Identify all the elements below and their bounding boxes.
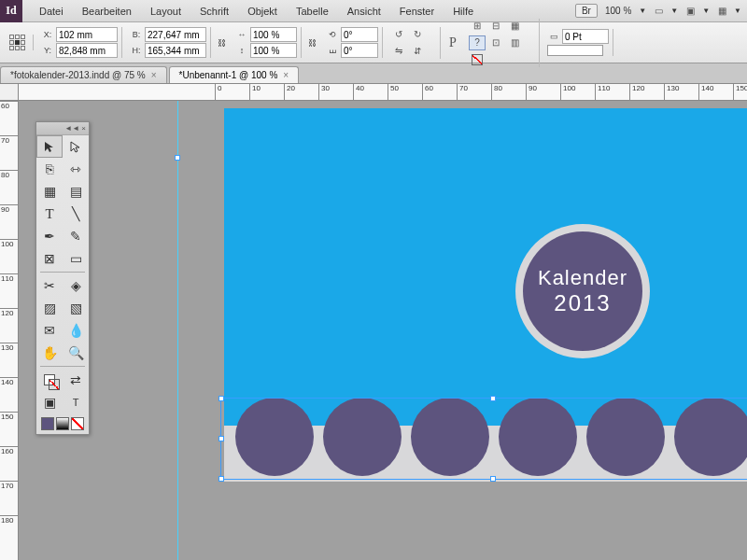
close-icon[interactable]: × bbox=[151, 70, 157, 80]
selection-tool[interactable] bbox=[36, 135, 63, 158]
paragraph-icon[interactable]: P bbox=[444, 35, 461, 50]
default-fill-stroke[interactable] bbox=[36, 369, 63, 391]
frame-tool[interactable]: ⊠ bbox=[36, 247, 63, 270]
screen-mode-icon[interactable]: ▣ bbox=[682, 4, 698, 19]
dot-circle[interactable] bbox=[323, 398, 402, 476]
apply-color[interactable] bbox=[41, 417, 54, 430]
dot-circle[interactable] bbox=[674, 398, 747, 476]
menu-layout[interactable]: Layout bbox=[141, 6, 190, 17]
canvas[interactable]: Kalender 2013 ◄◄ × ⎘ ⇿ ▦ ▤ T bbox=[19, 101, 747, 560]
menu-datei[interactable]: Datei bbox=[30, 6, 73, 17]
w-label: B: bbox=[130, 28, 143, 41]
content-collector-tool[interactable]: ▦ bbox=[36, 180, 63, 203]
apply-none[interactable] bbox=[71, 417, 84, 430]
apply-gradient[interactable] bbox=[56, 417, 69, 430]
rotate-ccw-icon[interactable]: ↺ bbox=[390, 27, 407, 42]
page-background bbox=[224, 108, 747, 426]
menu-schrift[interactable]: Schrift bbox=[190, 6, 238, 17]
y-input[interactable] bbox=[56, 43, 118, 58]
zoom-tool[interactable]: 🔍 bbox=[63, 342, 89, 364]
tab-1[interactable]: *Unbenannt-1 @ 100 %× bbox=[169, 66, 300, 83]
menu-objekt[interactable]: Objekt bbox=[238, 6, 287, 17]
arrange-icon[interactable]: ▦ bbox=[713, 4, 730, 19]
hand-tool[interactable]: ✋ bbox=[36, 342, 63, 364]
guide-line[interactable] bbox=[177, 101, 178, 560]
pen-tool[interactable]: ✒ bbox=[36, 225, 63, 247]
ruler-horizontal[interactable]: 0102030405060708090100110120130140150 bbox=[19, 84, 747, 101]
line-tool[interactable]: ╲ bbox=[63, 203, 89, 225]
help-icon[interactable]: ? bbox=[469, 35, 486, 50]
link-scale-icon[interactable]: ⛓ bbox=[305, 36, 318, 49]
title-line2: 2013 bbox=[554, 290, 611, 316]
direct-select-tool[interactable] bbox=[63, 135, 89, 158]
gap-tool[interactable]: ⇿ bbox=[63, 158, 89, 180]
dot-circle[interactable] bbox=[586, 398, 665, 476]
fit-content-icon[interactable]: ⊞ bbox=[469, 19, 486, 34]
type-tool[interactable]: T bbox=[36, 203, 63, 225]
gradient-swatch-tool[interactable]: ▨ bbox=[36, 297, 63, 319]
apply-fill-container[interactable]: ▣ bbox=[36, 391, 63, 413]
h-label: H: bbox=[130, 44, 143, 57]
scaley-input[interactable] bbox=[250, 43, 297, 58]
title-circle-outer: Kalender 2013 bbox=[515, 224, 650, 358]
ref-point-grid[interactable] bbox=[6, 35, 34, 50]
stroke-style[interactable] bbox=[547, 45, 603, 56]
pencil-tool[interactable]: ✎ bbox=[63, 225, 89, 247]
rotate-input[interactable] bbox=[341, 27, 378, 42]
dot-circle[interactable] bbox=[499, 398, 577, 476]
rect-tool[interactable]: ▭ bbox=[63, 247, 89, 270]
menu-fenster[interactable]: Fenster bbox=[390, 6, 444, 17]
dot-circle[interactable] bbox=[235, 398, 314, 476]
rotate-cw-icon[interactable]: ↻ bbox=[409, 27, 426, 42]
stroke-input[interactable] bbox=[562, 29, 609, 44]
flip-h-icon[interactable]: ⇋ bbox=[390, 44, 407, 59]
fill-frame-icon[interactable]: ▦ bbox=[506, 19, 523, 34]
bridge-button[interactable]: Br bbox=[575, 4, 598, 18]
flip-v-icon[interactable]: ⇵ bbox=[409, 44, 426, 59]
x-label: X: bbox=[41, 28, 54, 41]
gradient-feather-tool[interactable]: ▧ bbox=[63, 297, 89, 319]
scalex-icon: ↔ bbox=[235, 28, 248, 41]
menu-bearbeiten[interactable]: Bearbeiten bbox=[73, 6, 141, 17]
shear-input[interactable] bbox=[341, 43, 378, 58]
link-wh-icon[interactable]: ⛓ bbox=[215, 36, 228, 49]
workspace: 0102030405060708090100110120130140150 60… bbox=[0, 84, 747, 560]
close-icon[interactable]: × bbox=[283, 70, 289, 80]
menu-hilfe[interactable]: Hilfe bbox=[444, 6, 483, 17]
tools-panel: ◄◄ × ⎘ ⇿ ▦ ▤ T ╲ ✒ ✎ ⊠ ▭ ✂ ◈ ▨ ▧ ✉ 💧 bbox=[35, 121, 90, 435]
free-transform-tool[interactable]: ◈ bbox=[63, 274, 89, 297]
tab-0[interactable]: *fotokalender-2013.indd @ 75 %× bbox=[0, 66, 167, 83]
content-placer-tool[interactable]: ▤ bbox=[63, 180, 89, 203]
h-input[interactable] bbox=[145, 43, 206, 58]
guide-handle[interactable] bbox=[175, 155, 180, 161]
view-mode-icon[interactable]: ▭ bbox=[650, 4, 667, 19]
title-line1: Kalender bbox=[538, 266, 627, 290]
eyedropper-tool[interactable]: 💧 bbox=[63, 319, 89, 342]
note-tool[interactable]: ✉ bbox=[36, 319, 63, 342]
menu-ansicht[interactable]: Ansicht bbox=[338, 6, 390, 17]
ruler-origin[interactable] bbox=[0, 84, 19, 101]
stroke-icon: ▭ bbox=[547, 30, 560, 43]
zoom-level[interactable]: 100 % bbox=[601, 6, 635, 16]
panel-header[interactable]: ◄◄ × bbox=[36, 122, 89, 135]
w-input[interactable] bbox=[145, 27, 206, 42]
scalex-input[interactable] bbox=[250, 27, 297, 42]
apply-fill-text[interactable]: T bbox=[63, 391, 89, 413]
scissors-tool[interactable]: ✂ bbox=[36, 274, 63, 297]
shear-icon: ⧢ bbox=[326, 44, 339, 57]
menu-tabelle[interactable]: Tabelle bbox=[287, 6, 338, 17]
fit-prop-icon[interactable]: ▥ bbox=[506, 35, 523, 50]
center-content-icon[interactable]: ⊡ bbox=[487, 35, 504, 50]
dot-circle[interactable] bbox=[411, 398, 489, 476]
scaley-icon: ↕ bbox=[235, 44, 248, 57]
x-input[interactable] bbox=[56, 27, 118, 42]
menu-bar: Id Datei Bearbeiten Layout Schrift Objek… bbox=[0, 0, 747, 22]
no-fill-icon[interactable] bbox=[469, 52, 486, 67]
swap-fill-stroke[interactable]: ⇄ bbox=[63, 369, 89, 391]
ruler-vertical[interactable]: 60708090100110120130140150160170180 bbox=[0, 101, 19, 560]
page-tool[interactable]: ⎘ bbox=[36, 158, 63, 180]
fit-frame-icon[interactable]: ⊟ bbox=[487, 19, 504, 34]
title-circle[interactable]: Kalender 2013 bbox=[523, 231, 642, 351]
control-bar: X: Y: B: H: ⛓ ↔ ↕ ⛓ ⟲ ⧢ ↺ ↻ ⇋ ⇵ P ⊞ ⊟ ▦ … bbox=[0, 22, 747, 63]
y-label: Y: bbox=[41, 44, 54, 57]
